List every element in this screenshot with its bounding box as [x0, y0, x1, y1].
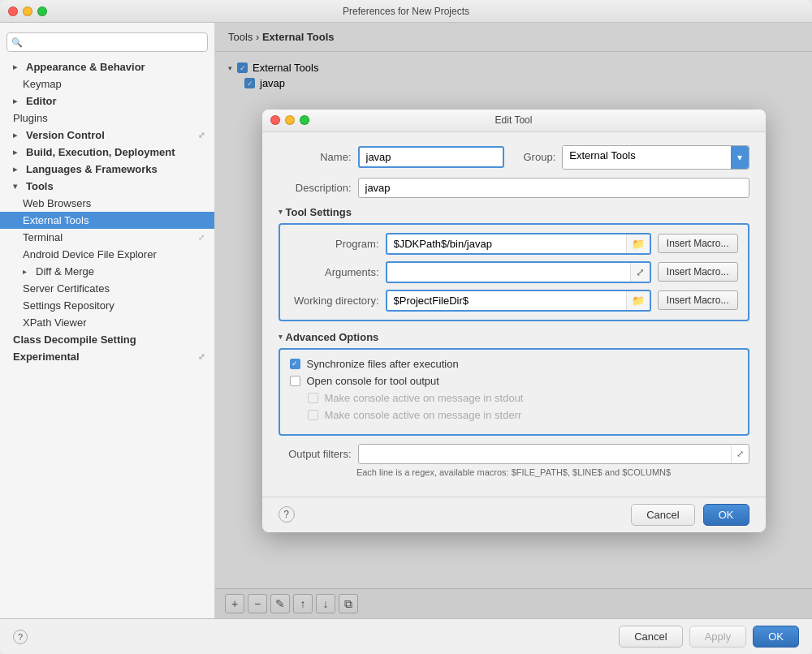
sidebar-item-xpath[interactable]: XPath Viewer [0, 314, 214, 331]
ok-button[interactable]: OK [753, 626, 799, 648]
window-controls [8, 6, 47, 16]
close-button[interactable] [8, 6, 18, 16]
modal-window-controls [270, 115, 309, 125]
working-dir-input[interactable] [387, 291, 626, 310]
modal-close-button[interactable] [270, 115, 280, 125]
program-insert-macro-button[interactable]: Insert Macro... [658, 234, 738, 253]
working-dir-browse-icon[interactable]: 📁 [626, 291, 650, 310]
apply-button[interactable]: Apply [689, 626, 747, 648]
title-bar: Preferences for New Projects [0, 0, 812, 23]
console-stderr-checkbox[interactable] [308, 410, 318, 420]
program-browse-icon[interactable]: 📁 [626, 234, 650, 253]
sidebar-item-version-control[interactable]: ▸ Version Control ⤢ [0, 127, 214, 144]
sidebar-item-appearance[interactable]: ▸ Appearance & Behavior [0, 58, 214, 75]
output-filters-input-container: ⤢ [358, 444, 749, 464]
console-stdout-label: Make console active on message in stdout [325, 392, 524, 404]
arguments-label: Arguments: [290, 266, 379, 278]
arrow-icon: ▸ [13, 131, 23, 140]
cancel-button[interactable]: Cancel [619, 626, 682, 648]
console-stderr-row: Make console active on message in stderr [290, 409, 738, 421]
open-console-row: Open console for tool output [290, 375, 738, 387]
sidebar-item-editor[interactable]: ▸ Editor [0, 93, 214, 110]
description-label: Description: [279, 182, 352, 194]
output-filters-input[interactable] [359, 445, 731, 463]
program-label: Program: [290, 238, 379, 250]
arrow-icon: ▸ [23, 267, 32, 277]
external-icon: ⤢ [198, 352, 205, 361]
group-dropdown-button[interactable]: ▾ [731, 146, 749, 169]
modal-titlebar: Edit Tool [262, 110, 766, 132]
sidebar-item-plugins[interactable]: Plugins [0, 110, 214, 127]
advanced-collapse-icon: ▾ [279, 333, 283, 341]
sync-files-row: ✓ Synchronize files after execution [290, 358, 738, 370]
maximize-button[interactable] [37, 6, 47, 16]
window-title: Preferences for New Projects [343, 6, 469, 17]
sidebar-item-build[interactable]: ▸ Build, Execution, Deployment [0, 144, 214, 161]
console-stderr-label: Make console active on message in stderr [325, 409, 522, 421]
modal-max-button[interactable] [300, 115, 309, 125]
description-input[interactable] [358, 178, 749, 198]
external-icon: ⤢ [198, 131, 205, 140]
sidebar-item-experimental[interactable]: Experimental ⤢ [0, 348, 214, 365]
name-input[interactable] [358, 146, 504, 168]
name-row: Name: Group: External Tools ▾ [279, 145, 749, 170]
advanced-options-header: ▾ Advanced Options [279, 331, 749, 343]
sidebar-item-class-decompile[interactable]: Class Decompile Setting [0, 331, 214, 348]
section-collapse-icon: ▾ [279, 208, 283, 216]
working-dir-input-container: 📁 [386, 290, 651, 312]
output-expand-icon[interactable]: ⤢ [731, 445, 749, 463]
group-select-value: External Tools [563, 146, 730, 169]
arguments-input-container: ⤢ [386, 261, 651, 283]
sidebar-item-keymap[interactable]: Keymap [0, 75, 214, 93]
search-box[interactable]: 🔍 [6, 32, 208, 52]
name-label: Name: [279, 151, 352, 163]
modal-footer: ? Cancel OK [262, 497, 766, 532]
output-filters-row: Output filters: ⤢ [279, 444, 749, 464]
sidebar-item-languages[interactable]: ▸ Languages & Frameworks [0, 161, 214, 178]
group-select-wrapper: External Tools ▾ [562, 145, 749, 170]
output-filters-label: Output filters: [279, 448, 352, 460]
tool-settings-section: Program: 📁 Insert Macro... Arguments: [279, 223, 749, 321]
console-stdout-row: Make console active on message in stdout [290, 392, 738, 404]
modal-min-button[interactable] [285, 115, 295, 125]
arguments-row: Arguments: ⤢ Insert Macro... [290, 261, 738, 283]
arrow-icon: ▸ [13, 165, 23, 174]
modal-help-button[interactable]: ? [279, 506, 295, 523]
program-row: Program: 📁 Insert Macro... [290, 233, 738, 255]
modal-title: Edit Tool [495, 114, 533, 126]
open-console-checkbox[interactable] [290, 376, 300, 386]
arguments-insert-macro-button[interactable]: Insert Macro... [658, 262, 738, 282]
working-dir-insert-macro-button[interactable]: Insert Macro... [658, 290, 738, 310]
modal-cancel-button[interactable]: Cancel [631, 504, 694, 526]
sidebar-item-diff[interactable]: ▸ Diff & Merge [0, 263, 214, 280]
modal-overlay: Edit Tool Name: Group: External Tools ▾ [215, 23, 812, 618]
program-input[interactable] [387, 234, 626, 253]
arrow-icon: ▸ [13, 97, 23, 106]
sidebar-item-tools[interactable]: ▾ Tools [0, 178, 214, 195]
sidebar-item-settings-repo[interactable]: Settings Repository [0, 297, 214, 314]
external-icon: ⤢ [198, 233, 205, 242]
search-input[interactable] [6, 32, 208, 52]
arguments-input[interactable] [387, 263, 630, 282]
arrow-icon: ▸ [13, 148, 23, 157]
content-area: Tools › External Tools ▾ ✓ External Tool… [215, 23, 812, 618]
sidebar-item-android[interactable]: Android Device File Explorer [0, 246, 214, 263]
advanced-section: ✓ Synchronize files after execution Open… [279, 348, 749, 436]
search-icon: 🔍 [11, 37, 23, 48]
sidebar-item-external-tools[interactable]: External Tools [0, 212, 214, 229]
edit-tool-modal: Edit Tool Name: Group: External Tools ▾ [262, 110, 766, 532]
modal-ok-button[interactable]: OK [703, 504, 749, 526]
arrow-icon: ▾ [13, 182, 23, 191]
minimize-button[interactable] [23, 6, 32, 16]
sidebar-item-web-browsers[interactable]: Web Browsers [0, 195, 214, 212]
open-console-label: Open console for tool output [307, 375, 439, 387]
console-stdout-checkbox[interactable] [308, 393, 318, 403]
program-input-container: 📁 [386, 233, 651, 255]
sidebar-item-server-certs[interactable]: Server Certificates [0, 280, 214, 297]
help-button[interactable]: ? [13, 630, 28, 644]
sidebar-item-terminal[interactable]: Terminal ⤢ [0, 229, 214, 246]
tool-settings-header: ▾ Tool Settings [279, 206, 749, 218]
arguments-expand-icon[interactable]: ⤢ [630, 263, 650, 282]
sync-files-label: Synchronize files after execution [307, 358, 459, 370]
sync-files-checkbox[interactable]: ✓ [290, 359, 300, 369]
